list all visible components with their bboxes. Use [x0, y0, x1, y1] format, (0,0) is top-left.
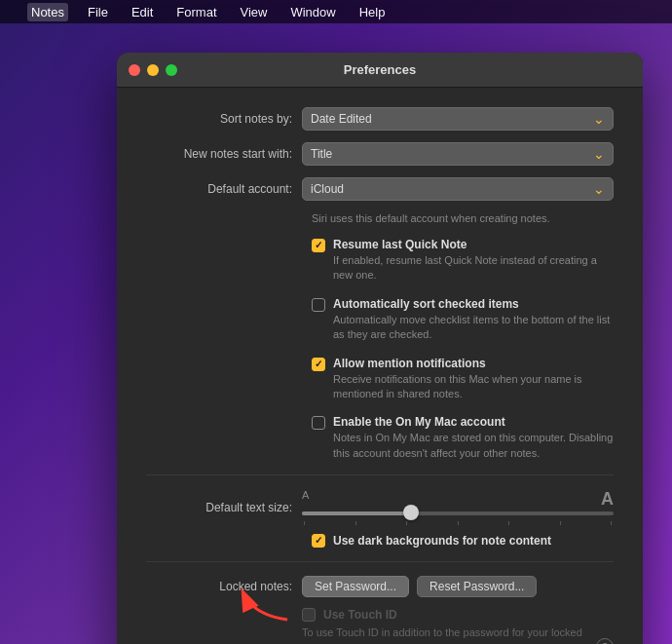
slider-tick-2 — [355, 521, 356, 525]
minimize-button[interactable] — [147, 64, 159, 76]
sort-notes-row: Sort notes by: Date Edited ⌄ — [146, 107, 614, 131]
divider-2 — [146, 561, 614, 562]
allow-mentions-checkbox[interactable] — [312, 358, 325, 371]
text-size-slider-container: A A — [302, 489, 614, 525]
allow-mentions-row: Allow mention notifications Receive noti… — [312, 357, 614, 402]
slider-thumb[interactable] — [403, 505, 419, 520]
auto-sort-text: Automatically sort checked items Automat… — [333, 297, 614, 343]
slider-tick-1 — [304, 521, 305, 525]
resume-quick-note-label: Resume last Quick Note — [333, 238, 614, 251]
divider-1 — [146, 474, 614, 475]
resume-quick-note-row: Resume last Quick Note If enabled, resum… — [312, 238, 614, 284]
touch-id-sub-row: To use Touch ID in addition to the passw… — [302, 625, 614, 644]
slider-small-label: A — [302, 489, 309, 510]
dark-backgrounds-checkbox[interactable] — [312, 534, 325, 548]
touch-id-main-row: Use Touch ID — [302, 607, 614, 622]
resume-quick-note-sublabel: If enabled, resume last Quick Note inste… — [333, 253, 614, 284]
sort-notes-chevron-icon: ⌄ — [593, 111, 605, 127]
locked-notes-row: Locked notes: Set Password... — [146, 576, 614, 644]
slider-fill — [302, 511, 411, 515]
locked-notes-label: Locked notes: — [146, 576, 302, 593]
menu-notes[interactable]: Notes — [27, 3, 68, 21]
touch-id-sublabel: To use Touch ID in addition to the passw… — [302, 625, 588, 644]
maximize-button[interactable] — [166, 64, 177, 76]
touch-id-label: Use Touch ID — [323, 608, 397, 622]
allow-mentions-sublabel: Receive notifications on this Mac when y… — [333, 372, 614, 402]
menu-file[interactable]: File — [84, 3, 112, 21]
sort-notes-label: Sort notes by: — [146, 112, 302, 126]
new-notes-label: New notes start with: — [146, 147, 302, 161]
allow-mentions-section: Allow mention notifications Receive noti… — [312, 357, 614, 402]
allow-mentions-label: Allow mention notifications — [333, 357, 614, 370]
on-my-mac-sublabel: Notes in On My Mac are stored on this co… — [333, 431, 614, 461]
traffic-lights — [129, 64, 177, 76]
slider-tick-5 — [508, 521, 509, 525]
menu-bar: Notes File Edit Format View Window Help — [0, 0, 672, 23]
slider-tick-6 — [560, 521, 561, 525]
slider-track[interactable] — [302, 511, 614, 515]
on-my-mac-checkbox[interactable] — [312, 416, 325, 430]
reset-password-button[interactable]: Reset Password... — [417, 576, 537, 597]
default-account-value: iCloud — [311, 182, 344, 196]
on-my-mac-label: Enable the On My Mac account — [333, 415, 614, 429]
auto-sort-sublabel: Automatically move checklist items to th… — [333, 313, 614, 343]
allow-mentions-text: Allow mention notifications Receive noti… — [333, 357, 614, 402]
help-button[interactable]: ? — [596, 638, 614, 644]
new-notes-chevron-icon: ⌄ — [593, 146, 605, 162]
text-size-row: Default text size: A A — [146, 489, 614, 525]
menu-window[interactable]: Window — [286, 3, 339, 21]
slider-ticks — [302, 521, 614, 525]
menu-help[interactable]: Help — [355, 3, 390, 21]
slider-large-label: A — [601, 489, 614, 510]
touch-id-checkbox[interactable] — [302, 608, 316, 622]
on-my-mac-text: Enable the On My Mac account Notes in On… — [333, 415, 614, 461]
sort-notes-select[interactable]: Date Edited ⌄ — [302, 107, 614, 131]
window-title: Preferences — [344, 62, 416, 77]
auto-sort-row: Automatically sort checked items Automat… — [312, 297, 614, 343]
resume-quick-note-checkbox[interactable] — [312, 239, 325, 252]
preferences-window: Preferences Sort notes by: Date Edited ⌄… — [117, 53, 643, 644]
new-notes-value: Title — [311, 147, 332, 161]
slider-tick-7 — [611, 521, 612, 525]
locked-notes-content: Set Password... Reset Password... Use To… — [302, 576, 614, 644]
locked-notes-buttons: Set Password... Reset Password... — [302, 576, 614, 597]
auto-sort-checkbox[interactable] — [312, 298, 325, 312]
menu-edit[interactable]: Edit — [128, 3, 157, 21]
new-notes-row: New notes start with: Title ⌄ — [146, 142, 614, 166]
default-account-row: Default account: iCloud ⌄ — [146, 177, 614, 201]
window-area: Preferences Sort notes by: Date Edited ⌄… — [0, 23, 672, 644]
menu-format[interactable]: Format — [172, 3, 220, 21]
dark-backgrounds-label: Use dark backgrounds for note content — [333, 534, 551, 548]
slider-tick-4 — [458, 521, 459, 525]
new-notes-select[interactable]: Title ⌄ — [302, 142, 614, 166]
auto-sort-label: Automatically sort checked items — [333, 297, 614, 311]
titlebar: Preferences — [117, 53, 643, 88]
default-account-chevron-icon: ⌄ — [593, 181, 605, 197]
on-my-mac-row: Enable the On My Mac account Notes in On… — [312, 415, 614, 461]
set-password-button[interactable]: Set Password... — [302, 576, 409, 597]
close-button[interactable] — [129, 64, 140, 76]
default-account-label: Default account: — [146, 182, 302, 196]
dark-backgrounds-row: Use dark backgrounds for note content — [312, 533, 614, 548]
slider-labels: A A — [302, 489, 614, 510]
preferences-content: Sort notes by: Date Edited ⌄ New notes s… — [117, 88, 643, 644]
on-my-mac-section: Enable the On My Mac account Notes in On… — [312, 415, 614, 461]
resume-quick-note-text: Resume last Quick Note If enabled, resum… — [333, 238, 614, 284]
siri-hint-text: Siri uses this default account when crea… — [312, 212, 614, 224]
default-account-select[interactable]: iCloud ⌄ — [302, 177, 614, 201]
menu-view[interactable]: View — [237, 3, 272, 21]
auto-sort-section: Automatically sort checked items Automat… — [312, 297, 614, 343]
text-size-label: Default text size: — [146, 501, 302, 514]
slider-tick-3 — [406, 521, 407, 525]
sort-notes-value: Date Edited — [311, 112, 372, 126]
resume-quick-note-section: Resume last Quick Note If enabled, resum… — [312, 238, 614, 284]
